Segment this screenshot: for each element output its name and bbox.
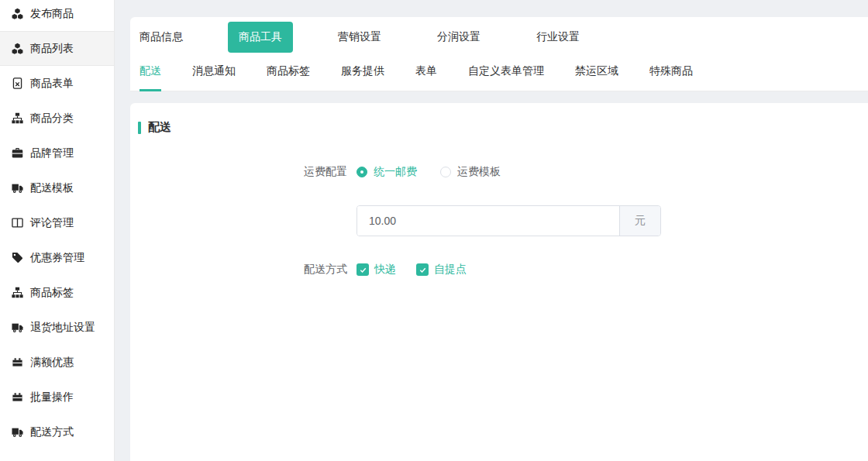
tab-product-info[interactable]: 商品信息 [140, 30, 183, 44]
ticket-icon [11, 356, 23, 369]
radio-unselected-icon[interactable] [440, 167, 451, 177]
radio-label: 统一邮费 [374, 165, 417, 179]
tab-profit-settings[interactable]: 分润设置 [437, 30, 480, 44]
checkbox-checked-icon[interactable] [416, 263, 429, 276]
cubes-icon [11, 43, 23, 55]
checkbox-label: 快递 [374, 263, 396, 277]
tag-icon [11, 252, 23, 264]
postage-input-group: 元 [356, 205, 661, 236]
sidebar-item-publish-product[interactable]: 发布商品 [0, 0, 114, 31]
delivery-form: 运费配置 统一邮费 运费模板 元 配送方式 [130, 165, 868, 277]
sidebar-item-product-category[interactable]: 商品分类 [0, 101, 114, 136]
sidebar-item-label: 商品分类 [30, 112, 74, 126]
ticket-icon [11, 391, 23, 404]
truck-icon [11, 426, 23, 439]
postage-input[interactable] [357, 206, 619, 236]
subtab-form[interactable]: 表单 [415, 64, 437, 91]
truck-icon [11, 182, 23, 194]
sidebar-item-label: 批量操作 [30, 390, 74, 404]
checkbox-pickup-point[interactable]: 自提点 [416, 263, 467, 277]
sidebar-item-label: 商品表单 [30, 77, 74, 91]
radio-selected-icon[interactable] [356, 167, 367, 177]
sidebar-item-product-form[interactable]: 商品表单 [0, 66, 114, 101]
truck-icon [11, 322, 23, 334]
radio-freight-template[interactable]: 运费模板 [440, 165, 501, 179]
secondary-tabs: 配送 消息通知 商品标签 服务提供 表单 自定义表单管理 禁运区域 特殊商品 [130, 64, 868, 91]
sitemap-icon [11, 287, 23, 299]
sidebar-item-batch-operations[interactable]: 批量操作 [0, 380, 114, 415]
content-card: 配送 运费配置 统一邮费 运费模板 元 [130, 103, 868, 461]
checkbox-label: 自提点 [434, 263, 467, 277]
title-accent-bar [138, 122, 141, 134]
tabs-card: 商品信息 商品工具 营销设置 分润设置 行业设置 配送 消息通知 商品标签 服务… [130, 17, 868, 91]
sidebar-item-return-address-settings[interactable]: 退货地址设置 [0, 310, 114, 345]
tab-marketing-settings[interactable]: 营销设置 [338, 30, 381, 44]
radio-label: 运费模板 [457, 165, 501, 179]
sidebar-item-label: 配送方式 [30, 425, 74, 439]
sidebar-item-coupon-management[interactable]: 优惠券管理 [0, 240, 114, 275]
sidebar-item-delivery-method[interactable]: 配送方式 [0, 415, 114, 449]
subtab-product-tags[interactable]: 商品标签 [267, 64, 310, 91]
sidebar-item-label: 商品列表 [30, 42, 74, 56]
subtab-custom-form-management[interactable]: 自定义表单管理 [468, 64, 544, 91]
sitemap-icon [11, 112, 23, 125]
checkbox-checked-icon[interactable] [356, 263, 369, 276]
sidebar-item-product-list[interactable]: 商品列表 [0, 31, 114, 66]
section-title: 配送 [138, 120, 868, 135]
tab-product-tools[interactable]: 商品工具 [228, 22, 293, 53]
postage-amount-row: 元 [130, 205, 868, 236]
sidebar-item-delivery-template[interactable]: 配送模板 [0, 170, 114, 205]
sidebar-menu: 发布商品 商品列表 商品表单 商品分类 品牌管理 [0, 0, 114, 449]
subtab-service-provide[interactable]: 服务提供 [341, 64, 384, 91]
sidebar-item-label: 配送模板 [30, 181, 74, 195]
sidebar-item-label: 优惠券管理 [30, 251, 84, 265]
subtab-delivery[interactable]: 配送 [140, 64, 161, 91]
sidebar-item-label: 满额优惠 [30, 356, 74, 370]
main-area: 商品信息 商品工具 营销设置 分润设置 行业设置 配送 消息通知 商品标签 服务… [115, 0, 868, 461]
freight-config-row: 运费配置 统一邮费 运费模板 [130, 165, 868, 179]
briefcase-icon [11, 147, 23, 160]
sidebar-item-product-tags[interactable]: 商品标签 [0, 275, 114, 310]
checkbox-express[interactable]: 快递 [356, 263, 396, 277]
sidebar-item-label: 退货地址设置 [30, 321, 95, 335]
postage-unit-addon: 元 [619, 206, 660, 236]
columns-icon [11, 217, 23, 229]
sidebar: 发布商品 商品列表 商品表单 商品分类 品牌管理 [0, 0, 115, 461]
sidebar-item-full-discount[interactable]: 满额优惠 [0, 345, 114, 380]
subtab-special-products[interactable]: 特殊商品 [649, 64, 693, 91]
sidebar-item-review-management[interactable]: 评论管理 [0, 205, 114, 240]
radio-uniform-postage[interactable]: 统一邮费 [356, 165, 417, 179]
delivery-method-label: 配送方式 [130, 263, 356, 277]
delivery-method-row: 配送方式 快递 自提点 [130, 263, 868, 277]
primary-tabs: 商品信息 商品工具 营销设置 分润设置 行业设置 [130, 17, 868, 57]
sidebar-item-label: 发布商品 [30, 7, 74, 21]
freight-config-label: 运费配置 [130, 165, 356, 179]
cubes-icon [11, 8, 23, 20]
sidebar-item-label: 商品标签 [30, 286, 74, 300]
sidebar-item-brand-management[interactable]: 品牌管理 [0, 136, 114, 170]
sidebar-item-label: 品牌管理 [30, 146, 74, 160]
sidebar-item-label: 评论管理 [30, 216, 74, 230]
file-excel-icon [11, 77, 23, 90]
subtab-restricted-area[interactable]: 禁运区域 [575, 64, 618, 91]
subtab-message-notify[interactable]: 消息通知 [192, 64, 236, 91]
section-title-text: 配送 [148, 120, 171, 135]
tab-industry-settings[interactable]: 行业设置 [536, 30, 580, 44]
